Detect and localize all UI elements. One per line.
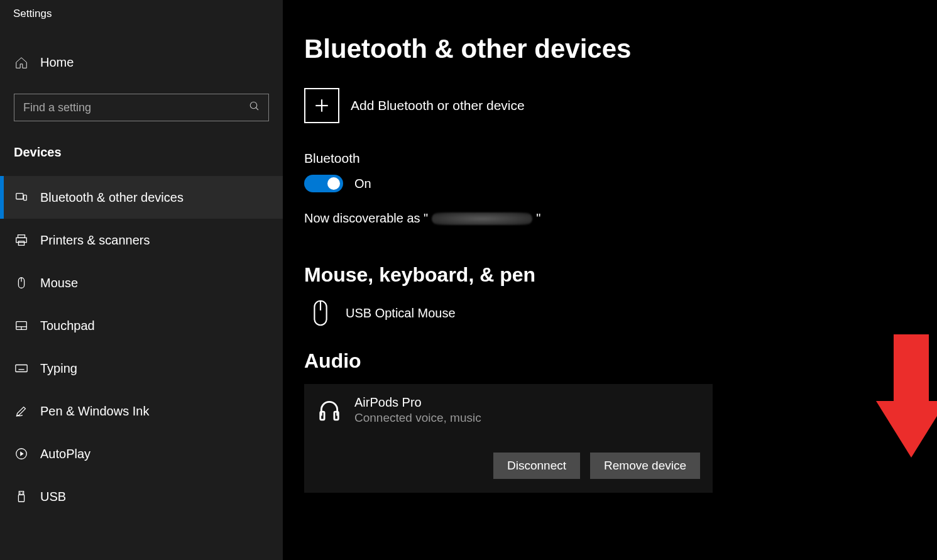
printer-icon — [14, 233, 29, 247]
plus-icon — [304, 88, 339, 123]
svg-rect-29 — [334, 412, 338, 420]
home-icon — [14, 56, 29, 70]
sidebar-item-bluetooth-devices[interactable]: Bluetooth & other devices — [0, 176, 283, 219]
devices-icon — [14, 190, 29, 204]
settings-main: Bluetooth & other devices Add Bluetooth … — [283, 0, 937, 560]
sidebar-item-label: Pen & Windows Ink — [40, 404, 149, 419]
pen-icon — [14, 404, 29, 418]
section-audio: Audio — [304, 349, 918, 373]
svg-rect-4 — [18, 235, 25, 238]
app-title: Settings — [0, 5, 283, 20]
device-name: USB Optical Mouse — [346, 306, 456, 321]
sidebar-item-label: Bluetooth & other devices — [40, 190, 184, 205]
device-status: Connected voice, music — [354, 411, 481, 425]
sidebar-item-typing[interactable]: Typing — [0, 347, 283, 390]
bluetooth-toggle-state: On — [354, 177, 371, 191]
device-card-airpods-pro[interactable]: AirPods Pro Connected voice, music Disco… — [304, 384, 713, 493]
mouse-icon — [14, 276, 29, 290]
sidebar-item-label: Touchpad — [40, 319, 95, 333]
bluetooth-heading: Bluetooth — [304, 151, 918, 166]
discoverable-text: Now discoverable as " " — [304, 211, 918, 226]
search-field-wrap — [14, 94, 269, 121]
sidebar-nav: Bluetooth & other devices Printers & sca… — [0, 176, 283, 518]
svg-rect-20 — [19, 491, 23, 495]
device-name: AirPods Pro — [354, 395, 481, 410]
svg-marker-19 — [20, 451, 24, 456]
settings-sidebar: Settings Home Devices Bluetooth & other … — [0, 0, 283, 560]
sidebar-item-mouse[interactable]: Mouse — [0, 261, 283, 304]
sidebar-item-label: AutoPlay — [40, 447, 90, 461]
svg-line-1 — [256, 107, 258, 110]
autoplay-icon — [14, 447, 29, 461]
section-mouse-keyboard-pen: Mouse, keyboard, & pen — [304, 263, 918, 287]
search-input[interactable] — [14, 94, 269, 121]
svg-rect-6 — [18, 241, 24, 245]
usb-icon — [14, 490, 29, 503]
mouse-icon — [308, 299, 333, 327]
category-label: Devices — [0, 121, 283, 167]
device-row-usb-mouse[interactable]: USB Optical Mouse — [304, 298, 918, 349]
svg-rect-21 — [18, 495, 24, 502]
add-device-label: Add Bluetooth or other device — [351, 98, 525, 113]
svg-rect-5 — [16, 238, 27, 242]
sidebar-item-label: Mouse — [40, 276, 78, 290]
svg-rect-2 — [16, 194, 23, 199]
page-title: Bluetooth & other devices — [304, 34, 918, 64]
nav-home-label: Home — [40, 55, 74, 70]
keyboard-icon — [14, 361, 29, 375]
search-icon — [249, 101, 260, 114]
headphones-icon — [317, 395, 342, 422]
discoverable-prefix: Now discoverable as " — [304, 211, 428, 226]
sidebar-item-touchpad[interactable]: Touchpad — [0, 304, 283, 347]
nav-home[interactable]: Home — [0, 49, 283, 76]
svg-point-0 — [250, 102, 257, 109]
sidebar-item-label: Typing — [40, 361, 77, 376]
sidebar-item-usb[interactable]: USB — [0, 475, 283, 518]
add-device-button[interactable]: Add Bluetooth or other device — [304, 88, 918, 123]
svg-rect-28 — [321, 412, 324, 420]
redacted-pc-name — [432, 212, 532, 225]
disconnect-button[interactable]: Disconnect — [493, 453, 580, 479]
remove-device-button[interactable]: Remove device — [590, 453, 700, 479]
svg-rect-3 — [24, 195, 27, 200]
discoverable-suffix: " — [536, 211, 540, 226]
sidebar-item-label: Printers & scanners — [40, 233, 150, 248]
svg-rect-12 — [16, 365, 27, 372]
sidebar-item-pen-ink[interactable]: Pen & Windows Ink — [0, 390, 283, 432]
sidebar-item-autoplay[interactable]: AutoPlay — [0, 432, 283, 475]
sidebar-item-label: USB — [40, 490, 66, 504]
touchpad-icon — [14, 319, 29, 332]
bluetooth-toggle[interactable] — [304, 175, 343, 192]
sidebar-item-printers-scanners[interactable]: Printers & scanners — [0, 219, 283, 261]
